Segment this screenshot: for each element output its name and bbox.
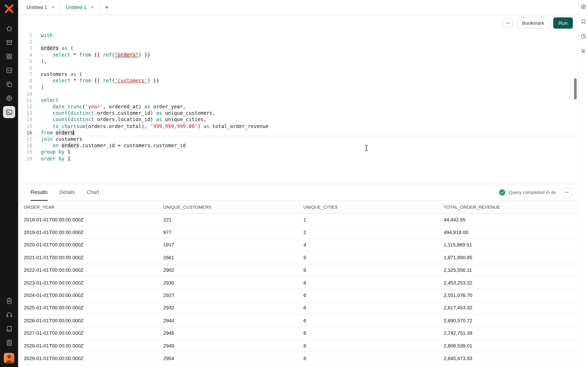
table-cell[interactable]: 2022-01-01T00:00:00.000Z	[21, 267, 161, 273]
table-cell[interactable]: 2020-01-01T00:00:00.000Z	[21, 242, 161, 248]
code-line-4[interactable]: 4 select * from {{ ref('orders') }}	[18, 52, 578, 58]
code-line-10[interactable]: 10	[18, 91, 578, 97]
table-row[interactable]: 2021-01-01T00:00:00.000Z266161,871,800.8…	[21, 251, 578, 264]
table-cell[interactable]: 6	[301, 292, 441, 298]
table-cell[interactable]: 6	[301, 255, 441, 260]
table-cell[interactable]: 6	[301, 318, 441, 323]
code-line-9[interactable]: 9)	[18, 84, 578, 91]
table-row[interactable]: 2018-01-01T00:00:00.000Z221144,442.65	[21, 214, 578, 226]
bookmark-button[interactable]: Bookmark	[517, 17, 549, 29]
code-line-2[interactable]: 2	[18, 39, 578, 45]
new-tab-button[interactable]: +	[100, 0, 114, 15]
table-cell[interactable]: 6	[301, 356, 441, 361]
cursor-icon[interactable]	[580, 48, 587, 54]
code-line-5[interactable]: 5),	[18, 58, 578, 65]
run-button[interactable]: Run	[553, 17, 573, 29]
column-header[interactable]: UNIQUE_CUSTOMERS	[161, 205, 301, 209]
sql-editor[interactable]: 1with23orders as (4 select * from {{ ref…	[18, 31, 578, 184]
table-cell[interactable]: 221	[161, 217, 301, 223]
table-cell[interactable]: 1,115,869.51	[441, 242, 578, 248]
table-row[interactable]: 2030-01-01T00:00:00.000Z287961,841,049.3…	[21, 365, 578, 367]
table-cell[interactable]: 2661	[161, 255, 301, 260]
table-cell[interactable]: 2021-01-01T00:00:00.000Z	[21, 255, 161, 260]
table-row[interactable]: 2022-01-01T00:00:00.000Z290262,325,556.1…	[21, 264, 578, 276]
book-icon[interactable]	[3, 323, 15, 335]
table-row[interactable]: 2023-01-01T00:00:00.000Z293062,453,253.3…	[21, 276, 578, 289]
table-cell[interactable]: 2	[301, 229, 441, 235]
column-header[interactable]: UNIQUE_CITIES	[301, 205, 441, 209]
table-cell[interactable]: 2902	[161, 267, 301, 273]
more-options-button[interactable]	[503, 18, 513, 28]
table-cell[interactable]: 2026-01-01T00:00:00.000Z	[21, 318, 161, 323]
close-tab-icon[interactable]: ✕	[91, 5, 94, 9]
tab-chart[interactable]: Chart	[87, 184, 99, 200]
table-cell[interactable]: 2954	[161, 356, 301, 361]
windows-icon[interactable]	[3, 78, 15, 90]
table-row[interactable]: 2026-01-01T00:00:00.000Z294462,690,570.7…	[21, 314, 578, 327]
column-header[interactable]: ORDER_YEAR	[21, 205, 161, 209]
code-line-16[interactable]: 16from orders	[18, 129, 578, 136]
warehouse-icon[interactable]	[3, 36, 15, 48]
table-cell[interactable]: 2,845,473.93	[441, 356, 578, 361]
table-cell[interactable]: 2,453,253.32	[441, 280, 578, 286]
table-cell[interactable]: 2023-01-01T00:00:00.000Z	[21, 280, 161, 286]
table-row[interactable]: 2027-01-01T00:00:00.000Z294662,742,751.3…	[21, 327, 578, 340]
headset-icon[interactable]	[3, 309, 15, 321]
editor-scrollbar-thumb[interactable]	[574, 79, 577, 99]
code-line-3[interactable]: 3orders as (	[18, 45, 578, 52]
table-cell[interactable]: 2927	[161, 292, 301, 298]
results-more-button[interactable]	[562, 187, 572, 197]
table-row[interactable]: 2020-01-01T00:00:00.000Z191741,115,869.5…	[21, 239, 578, 251]
code-line-15[interactable]: 15 to_char(sum(orders.order_total), '999…	[18, 123, 578, 129]
table-row[interactable]: 2028-01-01T00:00:00.000Z294962,808,539.0…	[21, 340, 578, 352]
table-cell[interactable]: 2018-01-01T00:00:00.000Z	[21, 217, 161, 223]
table-cell[interactable]: 4	[301, 242, 441, 248]
lifebuoy-icon[interactable]	[3, 92, 15, 104]
code-line-8[interactable]: 8 select * from {{ ref('customers') }}	[18, 77, 578, 84]
table-cell[interactable]: 6	[301, 267, 441, 273]
code-line-11[interactable]: 11select	[18, 97, 578, 104]
table-cell[interactable]: 2,325,556.11	[441, 267, 578, 273]
table-cell[interactable]: 1917	[161, 242, 301, 248]
table-cell[interactable]: 2,690,570.72	[441, 318, 578, 323]
table-row[interactable]: 2019-01-01T00:00:00.000Z9772494,818.00	[21, 226, 578, 239]
bookmark-icon[interactable]	[580, 18, 587, 25]
table-cell[interactable]: 2025-01-01T00:00:00.000Z	[21, 305, 161, 311]
table-cell[interactable]: 1	[301, 217, 441, 223]
code-line-19[interactable]: 19group by 1	[18, 149, 578, 155]
tab-untitled-1[interactable]: Untitled 1 ✕	[21, 0, 61, 15]
table-cell[interactable]: 2024-01-01T00:00:00.000Z	[21, 292, 161, 298]
table-cell[interactable]: 977	[161, 229, 301, 235]
table-cell[interactable]: 44,442.65	[441, 217, 578, 223]
code-editor-icon[interactable]	[3, 64, 15, 76]
paradime-logo-icon[interactable]	[3, 3, 15, 14]
table-cell[interactable]: 2,617,453.32	[441, 305, 578, 311]
code-line-1[interactable]: 1with	[18, 32, 578, 39]
user-avatar[interactable]	[4, 353, 14, 363]
table-cell[interactable]: 6	[301, 305, 441, 311]
code-line-13[interactable]: 13 count(distinct orders.customer_id) as…	[18, 110, 578, 117]
code-line-17[interactable]: 17join customers	[18, 136, 578, 142]
table-cell[interactable]: 2930	[161, 280, 301, 286]
code-line-14[interactable]: 14 count(distinct orders.location_id) as…	[18, 117, 578, 123]
table-cell[interactable]: 2028-01-01T00:00:00.000Z	[21, 343, 161, 349]
code-line-7[interactable]: 7customers as (	[18, 71, 578, 77]
table-cell[interactable]: 2,808,539.01	[441, 343, 578, 349]
table-row[interactable]: 2029-01-01T00:00:00.000Z295462,845,473.9…	[21, 352, 578, 365]
table-cell[interactable]: 2944	[161, 318, 301, 323]
tab-details[interactable]: Details	[59, 184, 75, 200]
table-cell[interactable]: 6	[301, 330, 441, 336]
table-cell[interactable]: 2027-01-01T00:00:00.000Z	[21, 330, 161, 336]
table-cell[interactable]: 2029-01-01T00:00:00.000Z	[21, 356, 161, 361]
table-cell[interactable]: 2019-01-01T00:00:00.000Z	[21, 229, 161, 235]
table-cell[interactable]: 6	[301, 343, 441, 349]
table-cell[interactable]: 2,551,076.70	[441, 292, 578, 298]
terminal-icon[interactable]	[3, 106, 15, 118]
table-cell[interactable]: 2932	[161, 305, 301, 311]
column-header[interactable]: TOTAL_ORDER_REVENUE	[441, 205, 578, 209]
table-cell[interactable]: 2949	[161, 343, 301, 349]
table-cell[interactable]: 1,871,800.85	[441, 255, 578, 260]
table-cell[interactable]: 494,818.00	[441, 229, 578, 235]
home-icon[interactable]	[3, 22, 15, 34]
close-tab-icon[interactable]: ✕	[51, 5, 55, 9]
